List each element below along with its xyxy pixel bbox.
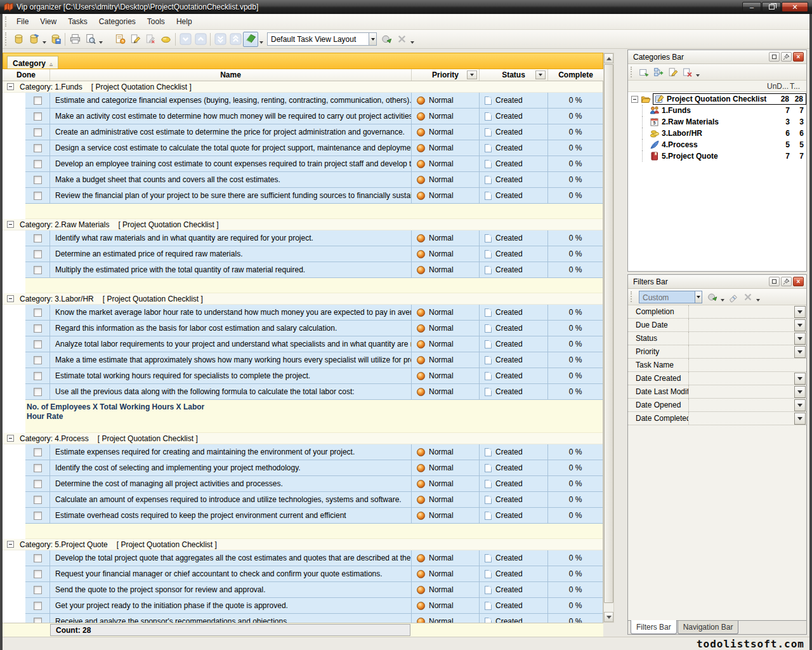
print-preview-icon[interactable] <box>82 32 98 47</box>
apply-layout-icon[interactable] <box>379 32 394 47</box>
filters-toolbar-caret[interactable] <box>755 290 761 304</box>
filters-pin-icon[interactable] <box>781 277 792 286</box>
filter-dropdown-button[interactable] <box>794 333 806 345</box>
tree-category-row[interactable]: 52.Raw Materials33 <box>628 116 806 128</box>
apply-filter-caret[interactable] <box>719 290 726 304</box>
restore-button[interactable] <box>762 2 781 12</box>
task-row[interactable]: Make an activity cost estimate to determ… <box>25 109 603 124</box>
filter-value-field[interactable] <box>689 305 794 318</box>
edit-task-icon[interactable] <box>128 32 143 47</box>
task-row[interactable]: Calculate an amount of expenses required… <box>25 492 603 508</box>
task-checkbox[interactable] <box>34 234 42 242</box>
edit-category-icon[interactable] <box>665 65 680 79</box>
filter-value-field[interactable] <box>689 412 794 425</box>
group-header-row[interactable]: Category: 2.Raw Materials[ Project Quota… <box>3 219 603 230</box>
filter-dropdown-button[interactable] <box>794 399 806 411</box>
task-row[interactable]: Estimate expenses required for creating … <box>25 444 603 460</box>
group-header-row[interactable]: Category: 3.Labor/HR[ Project Quotation … <box>3 293 603 305</box>
print-icon[interactable] <box>67 32 82 47</box>
tree-collapse-icon[interactable] <box>631 96 638 103</box>
category-group-tab[interactable]: Category ▵ <box>7 56 58 69</box>
delete-filter-icon[interactable] <box>740 290 755 304</box>
task-row[interactable]: Make a time estimate that approximately … <box>25 352 603 368</box>
tree-category-row[interactable]: 3.Labor/HR66 <box>628 128 806 139</box>
new-category-icon[interactable] <box>636 65 651 79</box>
task-row[interactable]: Identify what raw materials and in what … <box>25 230 603 246</box>
close-button[interactable]: ✕ <box>782 2 808 12</box>
categories-toolbar-caret[interactable] <box>695 65 701 79</box>
task-checkbox[interactable] <box>34 480 42 488</box>
tab-navigation-bar[interactable]: Navigation Bar <box>678 621 739 634</box>
task-row[interactable]: Review the financial plan of your projec… <box>25 188 603 204</box>
task-row[interactable]: Multiply the estimated price with the to… <box>25 262 603 278</box>
status-filter-button[interactable] <box>535 70 546 79</box>
menu-file[interactable]: File <box>11 15 34 28</box>
vertical-scrollbar[interactable] <box>603 53 614 623</box>
total-column-header[interactable]: T... <box>790 82 806 91</box>
task-row[interactable]: Make a budget sheet that counts and cove… <box>25 172 603 188</box>
task-checkbox[interactable] <box>34 512 42 520</box>
filter-preset-combo[interactable]: Custom <box>639 291 702 303</box>
task-row[interactable]: Estimate and categorize financial expens… <box>25 93 603 109</box>
minimize-button[interactable]: – <box>742 2 761 12</box>
delete-layout-icon[interactable] <box>394 32 409 47</box>
group-header-row[interactable]: Category: 1.Funds[ Project Quotation Che… <box>3 81 603 93</box>
collapse-icon[interactable] <box>7 221 14 228</box>
filter-dropdown-button[interactable] <box>794 319 806 331</box>
task-row[interactable]: Use all the previous data along with the… <box>25 384 603 400</box>
filter-value-field[interactable] <box>689 359 806 371</box>
task-row[interactable]: Get your project ready to the initiation… <box>25 598 603 614</box>
tree-category-row[interactable]: 5.Project Quote77 <box>628 150 806 162</box>
task-checkbox[interactable] <box>34 448 42 456</box>
layout-combo-dropdown[interactable] <box>369 32 377 46</box>
filter-dropdown-button[interactable] <box>794 413 806 425</box>
task-checkbox[interactable] <box>34 618 42 623</box>
task-checkbox[interactable] <box>34 570 42 578</box>
categories-restore-icon[interactable] <box>769 52 780 62</box>
tree-category-row[interactable]: 4.Process55 <box>628 139 806 150</box>
open-database-dropdown[interactable] <box>41 32 48 46</box>
priority-filter-button[interactable] <box>467 70 477 79</box>
task-checkbox[interactable] <box>34 356 42 364</box>
filter-value-field[interactable] <box>689 399 794 411</box>
delete-task-icon[interactable] <box>143 32 158 47</box>
task-row[interactable]: Create an administrative cost estimate t… <box>25 124 603 140</box>
task-checkbox[interactable] <box>34 250 42 258</box>
tab-filters-bar[interactable]: Filters Bar <box>631 620 677 634</box>
task-row[interactable]: Send the quote to the project sponsor fo… <box>25 582 603 598</box>
task-checkbox[interactable] <box>34 372 42 380</box>
filter-value-field[interactable] <box>689 332 794 345</box>
task-checkbox[interactable] <box>34 266 42 274</box>
filter-preset-dropdown[interactable] <box>695 291 702 303</box>
task-row[interactable]: Regard this information as the basis for… <box>25 321 603 336</box>
layout-dropdown[interactable] <box>409 32 416 46</box>
task-checkbox[interactable] <box>34 96 42 105</box>
collapse-icon[interactable] <box>7 295 14 302</box>
column-header-status[interactable]: Status <box>480 69 548 81</box>
collapse-icon[interactable] <box>7 541 14 548</box>
task-row[interactable]: Develop an employee training cost estima… <box>25 156 603 172</box>
task-row[interactable]: Estimate overhead costs required to keep… <box>25 508 603 524</box>
task-checkbox[interactable] <box>34 144 42 152</box>
tree-category-row[interactable]: 1.Funds77 <box>628 105 806 116</box>
move-to-top-icon[interactable] <box>228 32 243 47</box>
task-checkbox[interactable] <box>34 586 42 594</box>
task-checkbox[interactable] <box>34 160 42 168</box>
task-row[interactable]: Design a service cost estimate to calcul… <box>25 140 603 156</box>
layout-combo-value[interactable]: Default Task View Layout <box>267 32 369 46</box>
task-checkbox[interactable] <box>34 554 42 562</box>
task-checkbox[interactable] <box>34 112 42 121</box>
undone-column-header[interactable]: UnD... <box>767 82 790 91</box>
filter-value-field[interactable] <box>689 319 794 331</box>
task-row[interactable]: Receive and analyze the sponsor's recomm… <box>25 614 603 623</box>
task-checkbox[interactable] <box>34 128 42 136</box>
apply-filter-icon[interactable] <box>705 290 719 304</box>
menu-categories[interactable]: Categories <box>93 15 141 28</box>
filter-value-field[interactable] <box>689 385 794 398</box>
filters-restore-icon[interactable] <box>769 277 780 286</box>
task-view-layout-icon[interactable] <box>243 32 258 47</box>
task-checkbox[interactable] <box>34 464 42 472</box>
new-task-icon[interactable] <box>112 32 128 47</box>
filter-dropdown-button[interactable] <box>794 373 806 385</box>
group-header-row[interactable]: Category: 5.Project Quote[ Project Quota… <box>3 539 603 550</box>
